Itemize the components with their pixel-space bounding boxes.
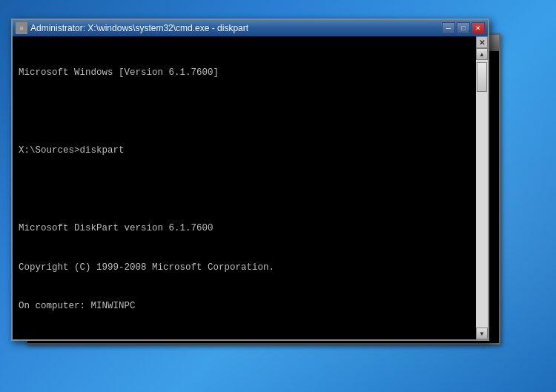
scrollbar-arrow-up[interactable]: ▲ — [476, 48, 488, 60]
title-bar: ■ Administrator: X:\windows\system32\cmd… — [13, 20, 488, 36]
close-button[interactable]: ✕ — [471, 22, 485, 34]
scrollbar-x-button[interactable]: ✕ — [476, 36, 488, 48]
cmd-output: Microsoft Windows [Version 6.1.7600] X:\… — [19, 41, 470, 339]
scrollbar-thumb[interactable] — [477, 62, 487, 92]
minimize-button[interactable]: ─ — [442, 22, 455, 34]
maximize-button[interactable]: □ — [457, 22, 470, 34]
cmd-window-icon: ■ — [16, 22, 27, 34]
scrollbar-track[interactable] — [476, 60, 488, 328]
window-title: Administrator: X:\windows\system32\cmd.e… — [30, 23, 248, 33]
cmd-window: ■ Administrator: X:\windows\system32\cmd… — [11, 19, 489, 341]
title-bar-buttons: ─ □ ✕ — [442, 22, 485, 34]
cmd-body: Microsoft Windows [Version 6.1.7600] X:\… — [13, 36, 488, 339]
title-bar-left: ■ Administrator: X:\windows\system32\cmd… — [16, 22, 248, 34]
cmd-content[interactable]: Microsoft Windows [Version 6.1.7600] X:\… — [13, 36, 476, 339]
scrollbar: ✕ ▲ ▼ — [476, 36, 488, 339]
scrollbar-arrow-down[interactable]: ▼ — [476, 328, 488, 339]
